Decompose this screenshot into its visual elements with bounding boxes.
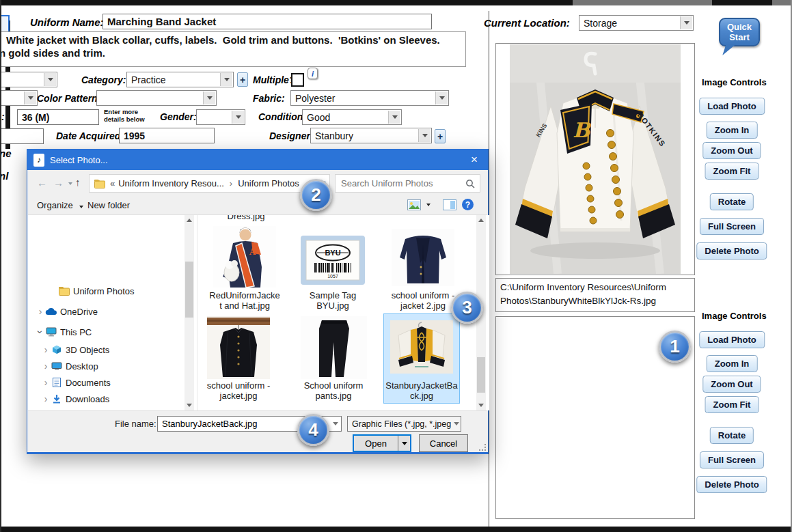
tree-scrollbar[interactable] [185, 215, 194, 410]
thumbnail-view-icon[interactable] [407, 199, 421, 213]
photo-viewer[interactable]: B BOTKINS KINS [495, 43, 695, 275]
svg-text:BYU: BYU [325, 249, 340, 257]
close-icon[interactable]: × [461, 150, 488, 170]
scrollbar-thumb[interactable] [477, 357, 485, 393]
image-controls-title: Image Controls [702, 77, 767, 87]
open-button[interactable]: Open [353, 434, 411, 452]
tree-item-this-pc[interactable]: ›This PC [31, 324, 189, 339]
load-photo-button[interactable]: Load Photo [699, 331, 765, 348]
chevron-down-icon [79, 206, 83, 208]
chevron-expanded-icon[interactable]: › [36, 326, 44, 337]
chevron-collapsed-icon[interactable]: › [42, 393, 50, 404]
back-icon[interactable]: ← [37, 177, 47, 188]
file-label-school-uniformpants-jpg[interactable]: School uniformpants.jpg [286, 380, 381, 401]
zoom-in-button[interactable]: Zoom In [707, 122, 758, 139]
fabric-select[interactable]: Polyester [290, 90, 449, 106]
chevron-collapsed-icon[interactable]: › [42, 344, 50, 355]
full-screen-button[interactable]: Full Screen [700, 218, 764, 235]
delete-photo-button[interactable]: Delete Photo [696, 242, 767, 260]
tree-item-downloads[interactable]: ›Downloads [31, 391, 195, 406]
zoom-fit-button[interactable]: Zoom Fit [705, 396, 759, 413]
help-icon[interactable]: ? [462, 199, 474, 210]
open-options-icon[interactable] [398, 436, 410, 451]
size-input[interactable]: 36 (M) [17, 109, 99, 125]
chevron-down-icon [24, 92, 36, 104]
designer-add-button[interactable]: + [435, 129, 446, 143]
designer-select[interactable]: Stanbury [310, 128, 432, 143]
category-add-button[interactable]: + [237, 72, 248, 87]
file-thumbnail-school-uniformpants-jpg[interactable] [301, 316, 367, 379]
multiple-checkbox[interactable] [291, 73, 304, 87]
file-label-line: jacket.jpg [199, 391, 286, 401]
breadcrumb-item[interactable]: Uniform Inventory Resou... [118, 178, 224, 188]
tree-item-3d-objects[interactable]: ›3D Objects [31, 342, 195, 357]
chevron-collapsed-icon[interactable]: › [42, 377, 50, 388]
cutoff-select[interactable] [0, 72, 57, 87]
cancel-button[interactable]: Cancel [419, 434, 468, 452]
rotate-button[interactable]: Rotate [710, 427, 754, 444]
up-icon[interactable]: ↑ [75, 176, 81, 188]
date-acquired-label: Date Acquired: [56, 130, 124, 141]
view-options-icon[interactable] [426, 204, 431, 206]
chevron-collapsed-icon[interactable]: › [42, 361, 50, 372]
gender-select[interactable] [196, 109, 245, 125]
tree-item-desktop[interactable]: ›Desktop [31, 359, 195, 374]
rotate-button[interactable]: Rotate [710, 193, 754, 210]
file-label-reduniformjacket-and-hat-jpg[interactable]: RedUniformJacket and Hat.jpg [199, 290, 292, 311]
search-input[interactable] [336, 178, 465, 188]
delete-photo-button[interactable]: Delete Photo [696, 476, 767, 493]
new-folder-button[interactable]: New folder [87, 200, 130, 210]
color-pattern-select[interactable] [96, 90, 217, 106]
dialog-titlebar[interactable]: ♪ Select Photo... × [27, 150, 488, 170]
recent-locations-icon[interactable] [68, 182, 72, 185]
file-thumbnail-school-uniform-jacket-2-jpg[interactable] [392, 229, 454, 286]
resize-grip[interactable] [479, 444, 486, 451]
date-acquired-input[interactable]: 1995 [119, 128, 215, 143]
file-label-dress-jpg[interactable]: Dress.jpg [199, 215, 294, 221]
zoom-in-button[interactable]: Zoom In [707, 355, 758, 372]
zoom-out-button[interactable]: Zoom Out [702, 142, 761, 159]
file-label-stanburyjacketback-jpg[interactable]: StanburyJacketBack.jpg [374, 380, 469, 401]
preview-pane-icon[interactable] [443, 199, 456, 213]
chevron-collapsed-icon[interactable]: › [36, 306, 44, 317]
condition-label: Condition: [258, 111, 306, 122]
scroll-up-icon[interactable] [185, 215, 194, 225]
image-controls-group-1: Image Controls Load PhotoZoom InZoom Out… [700, 77, 764, 282]
uniform-name-input[interactable]: Marching Band Jacket [103, 14, 432, 29]
splitter[interactable] [197, 215, 197, 410]
scroll-down-icon[interactable] [476, 400, 486, 410]
cutoff-select[interactable] [0, 90, 38, 106]
chevron-down-icon [680, 16, 692, 29]
zoom-out-button[interactable]: Zoom Out [702, 376, 761, 393]
file-type-select[interactable]: Graphic Files (*.jpg, *.jpeg, *.pn [347, 416, 461, 432]
info-icon[interactable]: i [308, 68, 318, 79]
scroll-up-icon[interactable] [476, 215, 486, 225]
current-location-select[interactable]: Storage [579, 15, 694, 31]
scroll-down-icon[interactable] [185, 400, 194, 410]
file-thumbnail-sample-tagbyu-jpg[interactable]: BYU1057 [301, 236, 365, 285]
breadcrumb[interactable]: « Uniform Inventory Resou... › Uniform P… [89, 174, 330, 193]
scrollbar-thumb[interactable] [185, 262, 193, 318]
full-screen-button[interactable]: Full Screen [700, 451, 764, 468]
category-select[interactable]: Practice [126, 72, 234, 87]
file-label-school-uniform-jacket-jpg[interactable]: school uniform -jacket.jpg [199, 380, 286, 401]
file-thumbnail-stanburyjacketback-jpg[interactable] [390, 320, 453, 374]
breadcrumb-item[interactable]: Uniform Photos [238, 178, 299, 188]
tree-item-onedrive[interactable]: ›OneDrive [31, 304, 189, 319]
forward-icon[interactable]: → [53, 177, 64, 188]
description-input[interactable]: White jacket with Black collar, cuffs, l… [0, 31, 466, 67]
load-photo-button[interactable]: Load Photo [699, 98, 765, 115]
condition-select[interactable]: Good [302, 109, 402, 125]
quick-start-button[interactable]: Quick Start [719, 18, 760, 46]
folder-icon [57, 286, 70, 296]
search-box[interactable] [335, 174, 480, 193]
cutoff-input[interactable] [0, 128, 44, 144]
zoom-fit-button[interactable]: Zoom Fit [705, 163, 759, 180]
file-label-sample-tagbyu-jpg[interactable]: Sample TagBYU.jpg [285, 290, 381, 311]
file-thumbnail-reduniformjacket-and-hat-jpg[interactable]: A [213, 226, 276, 288]
tree-item-uniform-photos[interactable]: Uniform Photos [31, 283, 197, 298]
tree-item-documents[interactable]: ›Documents [31, 375, 195, 390]
cutoff-label-fragment: ne [0, 148, 12, 159]
organize-menu[interactable]: Organize [37, 200, 83, 210]
file-thumbnail-school-uniform-jacket-jpg[interactable] [207, 316, 270, 379]
